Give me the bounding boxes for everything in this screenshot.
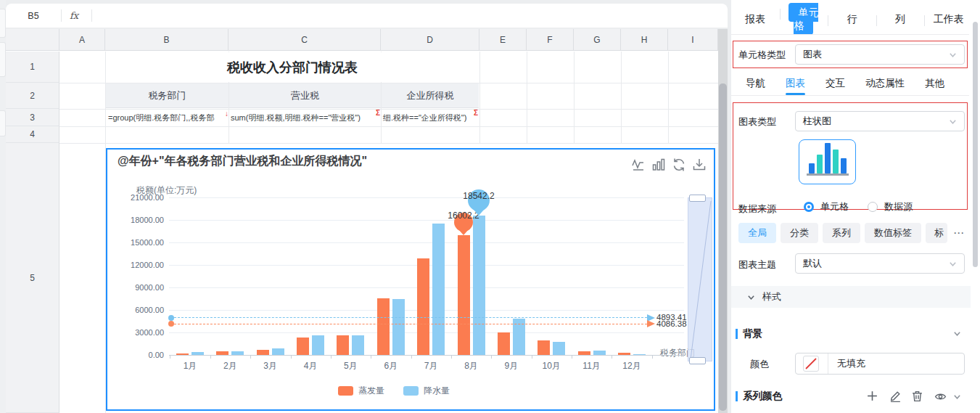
- background-color-picker[interactable]: 无填充: [795, 353, 965, 375]
- column-header-I[interactable]: I: [668, 29, 718, 51]
- row-header-3[interactable]: 3: [6, 109, 59, 126]
- settings-panel: 报表单元格行列工作表 单元格类型 图表 导航图表交互动态属性其他 图表类型 柱状…: [731, 0, 980, 413]
- left-strip-tab[interactable]: [0, 9, 6, 38]
- y-tick-label: 0.00: [113, 351, 164, 359]
- column-header-G[interactable]: G: [574, 29, 621, 51]
- chart-theme-label: 图表主题: [738, 258, 776, 271]
- bar-降水量-5月: [352, 335, 364, 355]
- download-icon[interactable]: [692, 158, 707, 172]
- refresh-icon[interactable]: [672, 158, 686, 172]
- average-line-蒸发量: [174, 324, 647, 324]
- line-chart-icon[interactable]: [631, 158, 646, 172]
- cell-reference-box[interactable]: B5: [6, 4, 61, 28]
- chart-type-dropdown[interactable]: 柱状图: [795, 111, 965, 131]
- column-header-D[interactable]: D: [381, 29, 479, 51]
- legend-item-降水量[interactable]: 降水量: [403, 385, 450, 397]
- chevron-down-icon: [949, 260, 957, 268]
- chevron-down-icon[interactable]: [953, 393, 961, 401]
- pill-分类[interactable]: 分类: [781, 223, 818, 243]
- formula-input[interactable]: [97, 4, 725, 28]
- datazoom-handle-top[interactable]: [689, 195, 706, 202]
- background-color-label: 颜色: [750, 358, 769, 371]
- bar-降水量-10月: [553, 342, 565, 355]
- x-tick-label: 4月: [292, 360, 329, 372]
- chart-type-value: 柱状图: [803, 115, 831, 128]
- chart-cell-b5[interactable]: @年份+"年各税务部门营业税和企业所得税情况" 税额(单位:万元) 税务部门 蒸…: [106, 148, 715, 411]
- row-header-4[interactable]: 4: [6, 126, 59, 143]
- subtab-其他[interactable]: 其他: [925, 77, 944, 90]
- left-strip-tab[interactable]: [0, 110, 6, 136]
- style-section-header[interactable]: 样式: [731, 286, 971, 308]
- column-header-A[interactable]: A: [59, 29, 105, 51]
- radio-unselected-icon[interactable]: [868, 202, 878, 212]
- subtab-图表[interactable]: 图表: [786, 77, 805, 90]
- pill-系列[interactable]: 系列: [823, 223, 860, 243]
- eye-icon[interactable]: [934, 390, 947, 403]
- panel-tab-报表[interactable]: 报表: [731, 13, 780, 26]
- sheet-scrollbar-thumb[interactable]: [719, 83, 727, 411]
- column-header-B[interactable]: B: [105, 29, 228, 51]
- radio-option-单元格[interactable]: 单元格: [804, 200, 849, 213]
- panel-tab-label: 报表: [745, 13, 765, 25]
- column-header-C[interactable]: C: [228, 29, 381, 51]
- panel-tab-列[interactable]: 列: [876, 13, 925, 26]
- add-icon[interactable]: [866, 390, 878, 402]
- pill-全局[interactable]: 全局: [738, 223, 776, 243]
- column-header-F[interactable]: F: [527, 29, 574, 51]
- panel-tab-单元格[interactable]: 单元格: [780, 7, 828, 33]
- formula-cell-b3[interactable]: =group(明细.税务部门,,税务部 ↓: [106, 109, 228, 126]
- trash-icon[interactable]: [911, 390, 923, 402]
- chart-setting-pills: 全局分类系列数值标签标⋯: [738, 223, 965, 243]
- bar-降水量-8月: [473, 216, 485, 355]
- pill-数值标签[interactable]: 数值标签: [865, 223, 921, 243]
- column-header-E[interactable]: E: [479, 29, 527, 51]
- header-cell-d2[interactable]: 企业所得税: [382, 83, 479, 108]
- x-tick-label: 8月: [453, 360, 490, 372]
- x-tick-label: 12月: [614, 360, 650, 372]
- chevron-down-icon[interactable]: [953, 330, 961, 338]
- column-header-H[interactable]: H: [621, 29, 668, 51]
- edit-pencil-icon[interactable]: [889, 390, 902, 402]
- more-options-button[interactable]: ⋯: [953, 226, 965, 240]
- header-cell-b2[interactable]: 税务部门: [106, 83, 228, 108]
- datazoom-slider[interactable]: [688, 197, 712, 361]
- sum-marker-icon: Σ: [376, 109, 380, 117]
- left-strip-tab[interactable]: [0, 42, 6, 77]
- x-tick-label: 2月: [212, 360, 248, 372]
- row-header-2[interactable]: 2: [6, 83, 59, 109]
- cell-type-dropdown[interactable]: 图表: [795, 44, 965, 65]
- sheet-title-cell[interactable]: 税收收入分部门情况表: [106, 52, 479, 82]
- pill-标[interactable]: 标: [926, 223, 947, 243]
- subtab-交互[interactable]: 交互: [825, 77, 845, 90]
- chart-theme-dropdown[interactable]: 默认: [795, 253, 965, 274]
- radio-selected-icon[interactable]: [804, 202, 814, 212]
- row-header-1[interactable]: 1: [6, 52, 59, 83]
- formula-cell-c3[interactable]: sum(明细.税额,明细.税种=="营业税") Σ: [229, 109, 381, 126]
- row-header-5[interactable]: 5: [6, 143, 59, 413]
- bar-降水量-9月: [513, 319, 525, 355]
- x-axis-tick: [250, 355, 251, 359]
- panel-scrollbar-thumb[interactable]: [973, 22, 978, 267]
- no-fill-icon: [803, 356, 819, 372]
- x-axis-tick: [572, 355, 572, 359]
- chart-type-label: 图表类型: [738, 115, 776, 128]
- bar-蒸发量-5月: [337, 335, 349, 355]
- y-tick-label: 6000.00: [113, 306, 164, 314]
- panel-tab-工作表[interactable]: 工作表: [924, 13, 973, 26]
- formula-cell-d3[interactable]: 细.税种=="企业所得税") Σ: [382, 109, 479, 126]
- column-chart-type-button[interactable]: [799, 139, 856, 184]
- x-axis-tick: [331, 355, 332, 359]
- select-all-corner[interactable]: [6, 29, 59, 51]
- panel-tab-行[interactable]: 行: [828, 13, 876, 26]
- datazoom-handle-bottom[interactable]: [689, 357, 706, 364]
- header-cell-c2[interactable]: 营业税: [229, 83, 381, 108]
- subtab-动态属性[interactable]: 动态属性: [865, 77, 905, 90]
- panel-subtabs: 导航图表交互动态属性其他: [746, 74, 944, 93]
- bar-蒸发量-2月: [216, 351, 228, 355]
- grid-line: [574, 52, 575, 143]
- radio-option-数据源[interactable]: 数据源: [868, 200, 913, 213]
- legend-item-蒸发量[interactable]: 蒸发量: [338, 385, 384, 397]
- subtab-导航[interactable]: 导航: [746, 77, 765, 90]
- bar-chart-icon[interactable]: [651, 158, 666, 172]
- divider: [61, 9, 62, 22]
